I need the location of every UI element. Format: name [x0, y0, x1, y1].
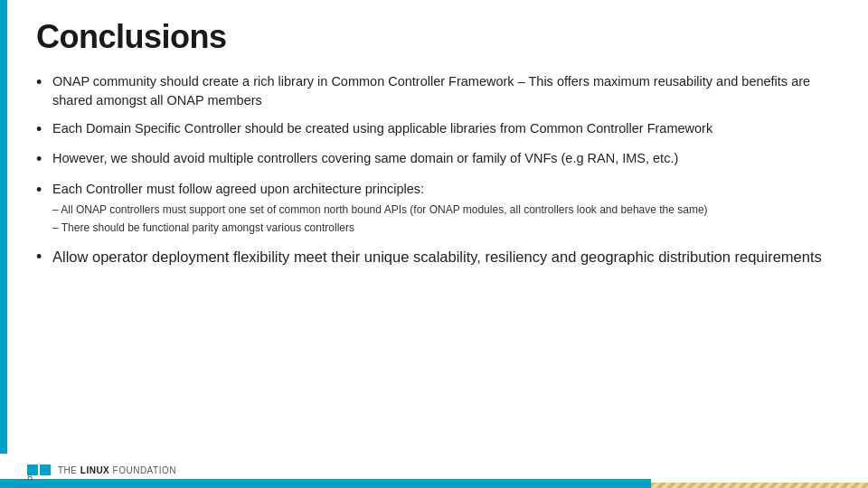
- footer-hatch-pattern: [651, 479, 868, 488]
- bullet-item: •Each Domain Specific Controller should …: [36, 119, 832, 140]
- bullet-dot: •: [36, 119, 52, 140]
- bullet-item: •However, we should avoid multiple contr…: [36, 149, 832, 170]
- content-area: Conclusions •ONAP community should creat…: [0, 0, 868, 454]
- bullet-dot: •: [36, 72, 52, 93]
- bullet-dot: •: [36, 180, 52, 201]
- bullet-dot: •: [36, 149, 52, 170]
- bullet-dot: •: [36, 247, 52, 267]
- bullet-text: Allow operator deployment flexibility me…: [52, 247, 832, 267]
- bullet-item: •Each Controller must follow agreed upon…: [36, 180, 832, 238]
- sub-bullet-text: – All ONAP controllers must support one …: [52, 202, 832, 218]
- left-accent-bar: [0, 0, 7, 454]
- bullet-text: Each Domain Specific Controller should b…: [52, 119, 832, 138]
- sub-bullet-item: – All ONAP controllers must support one …: [52, 202, 832, 218]
- linux-foundation-logo: THE LINUX FOUNDATION: [27, 465, 176, 475]
- bullet-text: ONAP community should create a rich libr…: [52, 72, 832, 110]
- svg-rect-2: [651, 483, 868, 488]
- lf-logo-text: THE LINUX FOUNDATION: [58, 465, 176, 475]
- bullet-item: •Allow operator deployment flexibility m…: [36, 247, 832, 267]
- lf-square-1: [27, 465, 38, 475]
- bullet-item: •ONAP community should create a rich lib…: [36, 72, 832, 110]
- sub-bullet-item: – There should be functional parity amon…: [52, 220, 832, 236]
- slide: Conclusions •ONAP community should creat…: [0, 0, 868, 488]
- bullet-text: Each Controller must follow agreed upon …: [52, 180, 832, 238]
- slide-title: Conclusions: [36, 18, 832, 56]
- footer: 8 THE LINUX FOUNDATION: [0, 454, 868, 488]
- bullet-list: •ONAP community should create a rich lib…: [36, 72, 832, 445]
- sub-bullet-text: – There should be functional parity amon…: [52, 220, 832, 236]
- footer-blue-bar: [0, 479, 651, 488]
- bullet-text: However, we should avoid multiple contro…: [52, 149, 832, 168]
- lf-squares: [27, 465, 51, 475]
- lf-square-2: [40, 465, 51, 475]
